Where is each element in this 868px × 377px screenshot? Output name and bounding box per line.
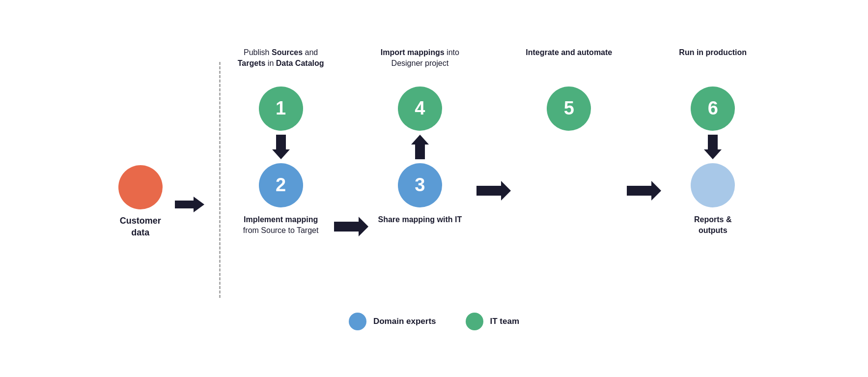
- svg-marker-6: [704, 135, 722, 159]
- legend-blue-circle: [349, 313, 366, 330]
- diagram-row: Customerdata Publish Sources andTargets …: [20, 47, 848, 298]
- arrow-to-divider: [175, 47, 204, 298]
- customer-section: Customerdata: [111, 47, 170, 298]
- step6-circle: 6: [691, 87, 735, 131]
- step2-circle: 2: [259, 163, 303, 207]
- step3-circle: 3: [398, 163, 442, 207]
- svg-marker-5: [627, 181, 661, 201]
- legend-it-team-label: IT team: [490, 317, 520, 326]
- steps-1-2: 1 2 Implement mappingfrom Source to Targ…: [243, 87, 319, 236]
- dashed-divider: [219, 62, 221, 298]
- svg-marker-2: [334, 217, 368, 236]
- col1-bottom-label: Implement mappingfrom Source to Target: [243, 214, 319, 236]
- arrow-6-to-reports: [704, 135, 722, 159]
- customer-circle: [118, 165, 163, 209]
- svg-marker-1: [272, 135, 290, 159]
- diagram-container: Customerdata Publish Sources andTargets …: [0, 0, 868, 377]
- col1-block: Publish Sources andTargets in Data Catal…: [230, 47, 332, 298]
- reports-circle: [691, 163, 735, 207]
- arrow-5-to-6: [627, 47, 661, 298]
- col4-block: Run in production 6 Reports &outputs: [669, 47, 757, 298]
- arrow-2-to-3: [334, 47, 368, 298]
- col4-bottom-label: Reports &outputs: [694, 214, 731, 236]
- step5-circle: 5: [547, 87, 591, 131]
- customer-label: Customerdata: [120, 215, 161, 238]
- col3-block: Integrate and automate 5: [518, 47, 619, 298]
- svg-marker-3: [411, 135, 429, 159]
- col2-block: Import mappings intoDesigner project 4 3: [371, 47, 470, 298]
- arrow-3-to-4: [411, 135, 429, 159]
- arrow-4-to-5: [476, 47, 511, 298]
- col3-header: Integrate and automate: [526, 47, 612, 77]
- col4-header: Run in production: [679, 47, 747, 77]
- svg-marker-4: [476, 181, 511, 201]
- legend: Domain experts IT team: [349, 313, 519, 330]
- step1-circle: 1: [259, 87, 303, 131]
- legend-domain-experts: Domain experts: [349, 313, 436, 330]
- svg-marker-0: [175, 197, 204, 212]
- col2-header: Import mappings intoDesigner project: [381, 47, 459, 77]
- col2-bottom-label: Share mapping with IT: [378, 214, 462, 225]
- steps-3-4: 4 3 Share mapping with IT: [378, 87, 462, 225]
- legend-domain-experts-label: Domain experts: [373, 317, 436, 326]
- step4-circle: 4: [398, 87, 442, 131]
- col1-header: Publish Sources andTargets in Data Catal…: [238, 47, 324, 77]
- arrow-1-to-2: [272, 135, 290, 159]
- legend-it-team: IT team: [466, 313, 520, 330]
- legend-green-circle: [466, 313, 483, 330]
